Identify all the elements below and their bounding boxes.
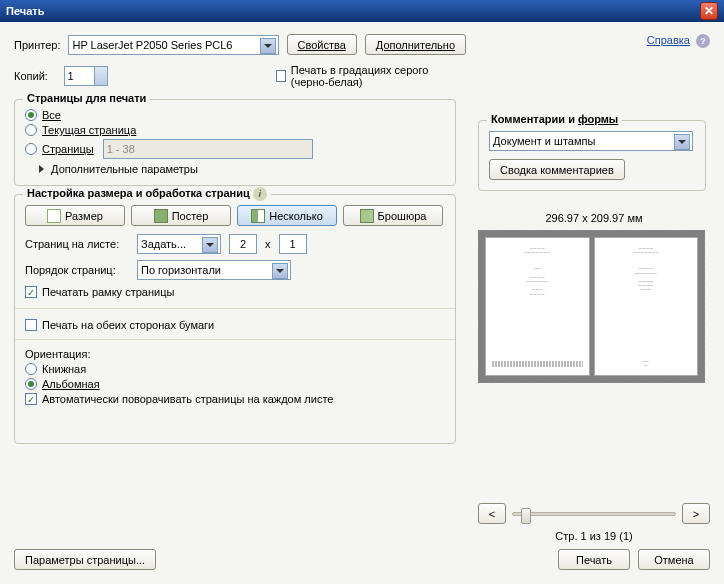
copies-spinner[interactable]: 1 — [64, 66, 109, 86]
cols-input[interactable]: 2 — [229, 234, 257, 254]
pages-fieldset: Страницы для печати Все Текущая страница… — [14, 99, 456, 186]
checkbox-icon — [276, 70, 286, 82]
radio-range-label: Страницы — [42, 143, 94, 155]
printer-row: Принтер: HP LaserJet P2050 Series PCL6 С… — [14, 34, 466, 55]
left-column: Принтер: HP LaserJet P2050 Series PCL6 С… — [14, 34, 466, 444]
landscape-label: Альбомная — [42, 378, 100, 390]
copies-label: Копий: — [14, 70, 56, 82]
preview-next-button[interactable]: > — [682, 503, 710, 524]
mode-buttons-row: Размер Постер Несколько Брошюра — [25, 205, 445, 226]
advanced-button[interactable]: Дополнительно — [365, 34, 466, 55]
per-sheet-row: Страниц на листе: Задать... 2 x 1 — [25, 234, 445, 254]
footer-row: Параметры страницы... Печать Отмена — [14, 549, 710, 570]
help-link[interactable]: Справка — [647, 34, 690, 46]
size-icon — [47, 209, 61, 223]
more-params-expander[interactable]: Дополнительные параметры — [39, 163, 445, 175]
range-value: 1 - 38 — [107, 143, 135, 155]
per-sheet-label: Страниц на листе: — [25, 238, 129, 250]
sizing-legend: Настройка размера и обработка страниц i — [23, 187, 271, 201]
close-icon: ✕ — [704, 4, 714, 18]
preview-panel: 296.97 x 209.97 мм — — — —— — — — — — — … — [478, 212, 710, 542]
poster-mode-button[interactable]: Постер — [131, 205, 231, 226]
properties-button[interactable]: Свойства — [287, 34, 357, 55]
radio-current-label: Текущая страница — [42, 124, 136, 136]
border-checkbox[interactable]: ✓ Печатать рамку страницы — [25, 286, 445, 298]
preview-prev-button[interactable]: < — [478, 503, 506, 524]
order-label: Порядок страниц: — [25, 264, 129, 276]
radio-landscape[interactable]: Альбомная — [25, 378, 445, 390]
preview-slider[interactable] — [512, 512, 676, 516]
comments-panel: Комментарии и формы Документ и штампы Св… — [478, 112, 710, 191]
preview-box: — — — —— — — — — — — ——— — — —— — — — — … — [478, 230, 705, 383]
close-button[interactable]: ✕ — [700, 2, 718, 20]
pages-legend: Страницы для печати — [23, 92, 150, 104]
info-icon[interactable]: i — [253, 187, 267, 201]
autorotate-label: Автоматически поворачивать страницы на к… — [42, 393, 333, 405]
preview-dimensions: 296.97 x 209.97 мм — [478, 212, 710, 224]
radio-portrait[interactable]: Книжная — [25, 363, 445, 375]
cancel-button[interactable]: Отмена — [638, 549, 710, 570]
multiple-icon — [251, 209, 265, 223]
preview-nav: < > — [478, 503, 710, 524]
order-row: Порядок страниц: По горизонтали — [25, 260, 445, 280]
comments-fieldset: Комментарии и формы Документ и штампы Св… — [478, 120, 706, 191]
radio-all-label: Все — [42, 109, 61, 121]
range-input[interactable]: 1 - 38 — [103, 139, 313, 159]
sizing-fieldset: Настройка размера и обработка страниц i … — [14, 194, 456, 444]
preview-page-2: — — — —— — — — — — — — — — —— — — — — ——… — [594, 237, 699, 376]
booklet-mode-button[interactable]: Брошюра — [343, 205, 443, 226]
more-params-label: Дополнительные параметры — [51, 163, 198, 175]
chevron-right-icon — [39, 165, 44, 173]
checkbox-icon — [25, 319, 37, 331]
printer-value: HP LaserJet P2050 Series PCL6 — [72, 39, 232, 51]
page-setup-button[interactable]: Параметры страницы... — [14, 549, 156, 570]
print-button[interactable]: Печать — [558, 549, 630, 570]
radio-range[interactable]: Страницы 1 - 38 — [25, 139, 445, 159]
title-bar: Печать ✕ — [0, 0, 724, 22]
radio-icon — [25, 143, 37, 155]
per-sheet-combo[interactable]: Задать... — [137, 234, 221, 254]
duplex-checkbox[interactable]: Печать на обеих сторонах бумаги — [25, 319, 445, 331]
radio-all[interactable]: Все — [25, 109, 445, 121]
grayscale-label: Печать в градациях серого (черно-белая) — [291, 64, 466, 88]
radio-current[interactable]: Текущая страница — [25, 124, 445, 136]
times-label: x — [265, 238, 271, 250]
multiple-mode-button[interactable]: Несколько — [237, 205, 337, 226]
help-icon[interactable]: ? — [696, 34, 710, 48]
checkbox-icon: ✓ — [25, 286, 37, 298]
radio-icon — [25, 109, 37, 121]
checkbox-icon: ✓ — [25, 393, 37, 405]
printer-label: Принтер: — [14, 39, 60, 51]
order-combo[interactable]: По горизонтали — [137, 260, 291, 280]
copies-row: Копий: 1 Печать в градациях серого (черн… — [14, 61, 466, 91]
dialog-content: Справка ? Принтер: HP LaserJet P2050 Ser… — [0, 22, 724, 584]
comments-combo[interactable]: Документ и штампы — [489, 131, 693, 151]
booklet-icon — [360, 209, 374, 223]
poster-icon — [154, 209, 168, 223]
portrait-label: Книжная — [42, 363, 86, 375]
copies-value: 1 — [68, 70, 74, 82]
preview-status: Стр. 1 из 19 (1) — [478, 530, 710, 542]
duplex-label: Печать на обеих сторонах бумаги — [42, 319, 214, 331]
radio-icon — [25, 363, 37, 375]
help-area: Справка ? — [647, 34, 710, 48]
radio-icon — [25, 124, 37, 136]
comments-legend: Комментарии и формы — [487, 113, 622, 125]
radio-icon — [25, 378, 37, 390]
preview-page-1: — — — —— — — — — — — ——— — — —— — — — — … — [485, 237, 590, 376]
autorotate-checkbox[interactable]: ✓ Автоматически поворачивать страницы на… — [25, 393, 445, 405]
size-mode-button[interactable]: Размер — [25, 205, 125, 226]
window-title: Печать — [6, 5, 44, 17]
orientation-label: Ориентация: — [25, 348, 445, 360]
printer-combo[interactable]: HP LaserJet P2050 Series PCL6 — [68, 35, 278, 55]
grayscale-checkbox[interactable]: Печать в градациях серого (черно-белая) — [276, 64, 466, 88]
border-label: Печатать рамку страницы — [42, 286, 174, 298]
rows-input[interactable]: 1 — [279, 234, 307, 254]
summarize-comments-button[interactable]: Сводка комментариев — [489, 159, 625, 180]
